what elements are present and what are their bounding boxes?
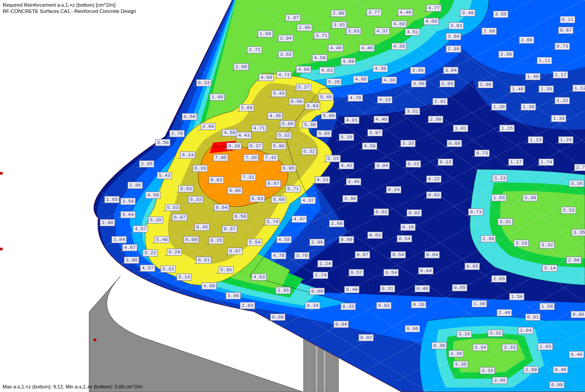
value-label: 1.35 bbox=[539, 86, 554, 93]
value-label: 5.98 bbox=[218, 266, 234, 274]
value-label: 5.26 bbox=[339, 134, 354, 141]
value-label: 6.63 bbox=[250, 195, 265, 202]
value-label: 6.37 bbox=[248, 143, 263, 150]
value-label: 0.73 bbox=[555, 43, 570, 50]
value-label: 4.83 bbox=[319, 67, 334, 74]
value-label: 1.36 bbox=[491, 103, 507, 110]
value-label: 5.54 bbox=[247, 239, 262, 246]
value-label: 0.80 bbox=[309, 288, 325, 295]
value-label: 5.14 bbox=[177, 274, 192, 281]
value-label: 2.00 bbox=[519, 37, 534, 44]
value-label: 3.19 bbox=[514, 240, 529, 247]
value-label: 2.90 bbox=[331, 10, 346, 17]
value-label: 4.57 bbox=[133, 225, 148, 233]
value-label: 6.25 bbox=[209, 237, 224, 244]
value-label: 3.33 bbox=[480, 367, 495, 374]
value-label: 4.36 bbox=[268, 112, 283, 119]
value-label: 3.33 bbox=[488, 330, 503, 337]
value-label: 6.50 bbox=[233, 213, 248, 220]
value-label: 1.40 bbox=[525, 73, 540, 80]
value-label: 2.06 bbox=[201, 123, 216, 130]
value-label: 5.71 bbox=[285, 185, 301, 192]
value-label: 6.07 bbox=[172, 214, 187, 221]
value-label: 6.32 bbox=[301, 148, 317, 155]
value-label: 5.09 bbox=[321, 112, 336, 119]
value-label: 1.03 bbox=[538, 343, 553, 350]
value-label: 2.91 bbox=[433, 98, 448, 105]
value-label: 3.70 bbox=[294, 252, 309, 259]
value-label: 3.33 bbox=[561, 207, 576, 214]
value-label: 6.60 bbox=[289, 98, 304, 105]
value-label: 0.89 bbox=[339, 236, 354, 243]
value-label: 2.95 bbox=[276, 287, 291, 294]
value-label: 5.55 bbox=[325, 155, 341, 162]
value-label: 2.72 bbox=[247, 46, 262, 53]
value-label: 4.38 bbox=[382, 77, 397, 84]
value-label: 0.67 bbox=[558, 27, 573, 34]
value-label: 3.68 bbox=[446, 33, 461, 40]
value-label: 5.43 bbox=[271, 90, 286, 97]
value-label: 3.66 bbox=[410, 67, 425, 74]
value-label: 3.48 bbox=[346, 178, 361, 185]
value-label: 6.07 bbox=[227, 248, 243, 255]
value-label: 3.35 bbox=[572, 229, 585, 236]
value-label: 0.04 bbox=[334, 321, 349, 328]
value-label: 5.08 bbox=[280, 120, 295, 127]
value-label: 1.53 bbox=[491, 194, 507, 201]
value-label: 4.40 bbox=[374, 116, 389, 123]
value-label: 1.97 bbox=[285, 14, 301, 21]
value-label: 3.04 bbox=[443, 67, 458, 74]
value-label: 0.33 bbox=[341, 303, 356, 310]
value-label: 4.37 bbox=[375, 28, 390, 35]
value-label: 0.57 bbox=[349, 269, 364, 276]
svg-rect-32 bbox=[94, 339, 96, 341]
value-label: 3.28 bbox=[569, 180, 584, 187]
value-label: 6.51 bbox=[196, 257, 211, 264]
value-label: 0.64 bbox=[418, 267, 433, 274]
value-label: 0.49 bbox=[344, 286, 359, 293]
value-label: 2.03 bbox=[240, 302, 255, 309]
value-label: 3.86 bbox=[226, 292, 241, 299]
value-label: 2.88 bbox=[329, 220, 344, 227]
value-label: 4.13 bbox=[377, 96, 392, 103]
value-label: 6.98 bbox=[227, 187, 243, 194]
value-label: 3.33 bbox=[502, 344, 517, 351]
value-label: 6.64 bbox=[305, 102, 320, 110]
value-label: 0.24 bbox=[386, 186, 401, 193]
value-label: 2.74 bbox=[313, 272, 328, 279]
value-label: 7.31 bbox=[241, 174, 256, 181]
value-label: 1.13 bbox=[528, 136, 543, 143]
value-label: 3.33 bbox=[400, 140, 416, 147]
value-label: 0.66 bbox=[571, 311, 585, 318]
value-label: 0.63 bbox=[367, 232, 383, 239]
value-label: 0.64 bbox=[424, 251, 440, 258]
value-label: 4.60 bbox=[296, 66, 311, 73]
value-label: 1.50 bbox=[258, 30, 273, 37]
value-label: 4.46 bbox=[328, 45, 343, 52]
value-label: 6.93 bbox=[209, 176, 224, 184]
value-label: 4.77 bbox=[426, 4, 441, 12]
value-label: 0.20 bbox=[411, 301, 426, 308]
value-label: 3.81 bbox=[332, 21, 347, 29]
value-label: 3.51 bbox=[405, 108, 420, 115]
value-label: 0.62 bbox=[374, 208, 389, 216]
value-label: 1.49 bbox=[210, 94, 225, 101]
value-label: 0.49 bbox=[415, 285, 430, 292]
value-label: 2.85 bbox=[491, 275, 507, 282]
value-label: 6.45 bbox=[194, 224, 210, 231]
value-label: 4.56 bbox=[222, 129, 237, 136]
value-label: 0.09 bbox=[270, 314, 285, 321]
value-label: 6.37 bbox=[222, 225, 237, 233]
value-label: 5.53 bbox=[165, 204, 180, 211]
value-label: 6.29 bbox=[167, 249, 182, 256]
value-label: 0.02 bbox=[358, 334, 374, 341]
value-label: 3.18 bbox=[457, 331, 472, 338]
value-label: 2.06 bbox=[498, 51, 514, 58]
value-label: 2.85 bbox=[139, 160, 154, 167]
value-label: 2.99 bbox=[446, 45, 461, 53]
value-label: 4.57 bbox=[140, 265, 155, 272]
value-label: 2.00 bbox=[478, 81, 493, 88]
value-label: 6.00 bbox=[184, 236, 199, 243]
value-label: 3.32 bbox=[540, 241, 555, 249]
value-label: 5.37 bbox=[296, 84, 311, 91]
